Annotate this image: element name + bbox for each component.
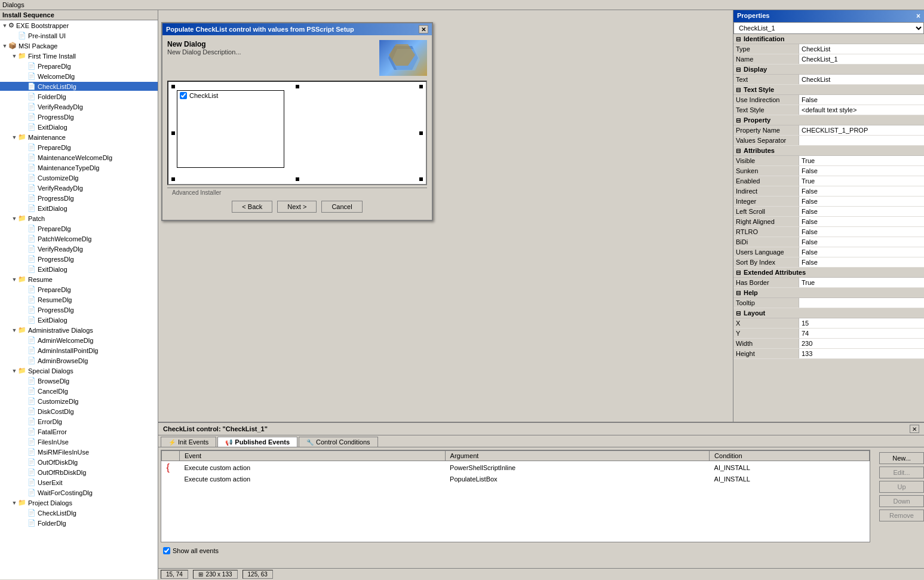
tree-item-patch-welcome-dlg[interactable]: 📄PatchWelcomeDlg xyxy=(0,234,158,244)
tree-item-admin-install-point-dlg[interactable]: 📄AdminInstallPointDlg xyxy=(0,345,158,355)
file-icon: 📄 xyxy=(27,174,36,182)
tree-item-admin-welcome-dlg[interactable]: 📄AdminWelcomeDlg xyxy=(0,335,158,345)
bottom-panel-close[interactable]: ✕ xyxy=(910,425,919,433)
tree-item-folder-dlg-p[interactable]: 📄FolderDlg xyxy=(0,518,158,528)
tree-item-verify-ready-dlg[interactable]: 📄VerifyReadyDlg xyxy=(0,102,158,112)
tree-item-customize-dlg-s[interactable]: 📄CustomizeDlg xyxy=(0,396,158,406)
folder-icon: 📁 xyxy=(18,275,26,283)
props-section-extended-attributes[interactable]: ⊟Extended Attributes xyxy=(733,268,924,278)
tree-item-checklist-dlg[interactable]: 📄CheckListDlg xyxy=(0,81,158,91)
tree-item-msi-package[interactable]: ▼📦MSI Package xyxy=(0,41,158,51)
cancel-button[interactable]: Cancel xyxy=(321,201,362,213)
next-button[interactable]: Next > xyxy=(277,201,317,213)
expand-arrow-first-time-install[interactable]: ▼ xyxy=(11,53,18,60)
tree-item-exit-dialog[interactable]: 📄ExitDialog xyxy=(0,122,158,132)
tree-item-exit-dialog-m[interactable]: 📄ExitDialog xyxy=(0,203,158,213)
tree-item-special-dialogs[interactable]: ▼📁Special Dialogs xyxy=(0,366,158,376)
tree-item-progress-dlg[interactable]: 📄ProgressDlg xyxy=(0,112,158,122)
tree-item-error-dlg[interactable]: 📄ErrorDlg xyxy=(0,416,158,426)
tree-item-project-dialogs[interactable]: ▼📁Project Dialogs xyxy=(0,498,158,508)
props-value: 15 xyxy=(799,318,924,328)
props-section-attributes[interactable]: ⊟Attributes xyxy=(733,146,924,156)
modal-header-area: New Dialog New Dialog Description... xyxy=(167,40,427,76)
handle-tl xyxy=(171,85,175,88)
table-row[interactable]: {Execute custom actionPowerShellScriptIn… xyxy=(162,461,870,475)
tree-item-progress-dlg-m[interactable]: 📄ProgressDlg xyxy=(0,193,158,203)
tree-item-resume[interactable]: ▼📁Resume xyxy=(0,274,158,284)
expand-arrow-exe-bootstrapper[interactable]: ▼ xyxy=(1,22,8,29)
expand-arrow-msi-package[interactable]: ▼ xyxy=(1,42,8,50)
tree-item-prepare-dlg-p[interactable]: 📄PrepareDlg xyxy=(0,223,158,234)
tree-item-pre-install-ui[interactable]: 📄Pre-install UI xyxy=(0,30,158,41)
edit-button[interactable]: Edit... xyxy=(879,467,924,478)
checklist-checkbox[interactable] xyxy=(180,92,187,99)
file-icon: 📄 xyxy=(27,82,36,90)
properties-dropdown[interactable]: CheckList_1 xyxy=(733,22,924,34)
folder-icon: 📁 xyxy=(18,133,26,141)
new-button[interactable]: New... xyxy=(879,452,924,464)
file-icon: 📄 xyxy=(27,143,36,151)
down-button[interactable]: Down xyxy=(879,495,924,507)
tree-item-fatal-error[interactable]: 📄FatalError xyxy=(0,426,158,437)
tree-item-welcome-dlg[interactable]: 📄WelcomeDlg xyxy=(0,71,158,81)
tree-item-progress-dlg-r[interactable]: 📄ProgressDlg xyxy=(0,305,158,315)
tree-item-maintenance[interactable]: ▼📁Maintenance xyxy=(0,132,158,142)
tree-item-out-of-rb-disk-dlg[interactable]: 📄OutOfRbDiskDlg xyxy=(0,467,158,477)
tree-item-checklist-dlg-p[interactable]: 📄CheckListDlg xyxy=(0,508,158,518)
tree-item-progress-dlg-p[interactable]: 📄ProgressDlg xyxy=(0,254,158,264)
tree-item-out-of-disk-dlg[interactable]: 📄OutOfDiskDlg xyxy=(0,457,158,467)
tab-control-conditions[interactable]: 🔧Control Conditions xyxy=(299,437,378,447)
tree-item-verify-ready-dlg-p[interactable]: 📄VerifyReadyDlg xyxy=(0,244,158,254)
expand-arrow-admin-dialogs[interactable]: ▼ xyxy=(11,327,18,334)
tree-item-prepare-dlg-m[interactable]: 📄PrepareDlg xyxy=(0,142,158,152)
back-button[interactable]: < Back xyxy=(232,201,272,213)
tree-item-folder-dlg[interactable]: 📄FolderDlg xyxy=(0,91,158,102)
tree-item-exit-dialog-p[interactable]: 📄ExitDialog xyxy=(0,264,158,274)
tab-init-events[interactable]: ⚡Init Events xyxy=(161,437,216,447)
tree-item-files-in-use[interactable]: 📄FilesInUse xyxy=(0,437,158,447)
tree-item-admin-dialogs[interactable]: ▼📁Administrative Dialogs xyxy=(0,325,158,335)
props-row-name: NameCheckList_1 xyxy=(733,54,924,65)
show-all-events-checkbox[interactable] xyxy=(163,547,170,554)
tree-item-maintenance-type-dlg[interactable]: 📄MaintenanceTypeDlg xyxy=(0,162,158,173)
props-section-help[interactable]: ⊟Help xyxy=(733,288,924,298)
tree-item-browse-dlg[interactable]: 📄BrowseDlg xyxy=(0,376,158,386)
tree-item-disk-cost-dlg[interactable]: 📄DiskCostDlg xyxy=(0,406,158,416)
tree-item-first-time-install[interactable]: ▼📁First Time Install xyxy=(0,51,158,61)
argument-cell: PowerShellScriptInline xyxy=(445,461,709,475)
props-section-display[interactable]: ⊟Display xyxy=(733,65,924,75)
modal-header-text: New Dialog New Dialog Description... xyxy=(167,40,241,56)
props-section-property[interactable]: ⊟Property xyxy=(733,115,924,125)
tree-item-prepare-dlg-r[interactable]: 📄PrepareDlg xyxy=(0,284,158,294)
tree-item-resume-dlg[interactable]: 📄ResumeDlg xyxy=(0,294,158,305)
tab-published-events[interactable]: 📢Published Events xyxy=(217,437,297,447)
tree-label-fatal-error: FatalError xyxy=(38,428,67,435)
tree-item-verify-ready-dlg-m[interactable]: 📄VerifyReadyDlg xyxy=(0,183,158,193)
remove-button[interactable]: Remove xyxy=(879,510,924,521)
tree-item-exit-dialog-r[interactable]: 📄ExitDialog xyxy=(0,315,158,325)
expand-arrow-resume[interactable]: ▼ xyxy=(11,276,18,283)
tree-item-user-exit[interactable]: 📄UserExit xyxy=(0,477,158,487)
tree-item-admin-browse-dlg[interactable]: 📄AdminBrowseDlg xyxy=(0,355,158,366)
tree-item-cancel-dlg[interactable]: 📄CancelDlg xyxy=(0,386,158,396)
tree-item-prepare-dlg[interactable]: 📄PrepareDlg xyxy=(0,61,158,71)
tree-item-wait-for-costing-dlg[interactable]: 📄WaitForCostingDlg xyxy=(0,487,158,498)
modal-dialog: Populate CheckList control with values f… xyxy=(161,22,433,221)
tree-item-exe-bootstrapper[interactable]: ▼⚙EXE Bootstrapper xyxy=(0,20,158,30)
props-section-layout[interactable]: ⊟Layout xyxy=(733,308,924,318)
expand-arrow-patch[interactable]: ▼ xyxy=(11,215,18,222)
tree-item-customize-dlg[interactable]: 📄CustomizeDlg xyxy=(0,173,158,183)
modal-close-button[interactable]: ✕ xyxy=(419,25,428,33)
table-row[interactable]: Execute custom actionPopulateListBoxAI_I… xyxy=(162,474,870,484)
up-button[interactable]: Up xyxy=(879,481,924,493)
tree-item-maintenance-welcome-dlg[interactable]: 📄MaintenanceWelcomeDlg xyxy=(0,152,158,162)
expand-arrow-maintenance[interactable]: ▼ xyxy=(11,134,18,141)
properties-label: Properties xyxy=(737,12,769,20)
properties-close-button[interactable]: × xyxy=(916,12,920,20)
props-section-identification[interactable]: ⊟Identification xyxy=(733,34,924,44)
props-section-text-style[interactable]: ⊟Text Style xyxy=(733,85,924,95)
expand-arrow-project-dialogs[interactable]: ▼ xyxy=(11,499,18,507)
tree-item-msirm-files-in-use[interactable]: 📄MsiRMFilesInUse xyxy=(0,447,158,457)
tree-item-patch[interactable]: ▼📁Patch xyxy=(0,213,158,223)
expand-arrow-special-dialogs[interactable]: ▼ xyxy=(11,367,18,375)
